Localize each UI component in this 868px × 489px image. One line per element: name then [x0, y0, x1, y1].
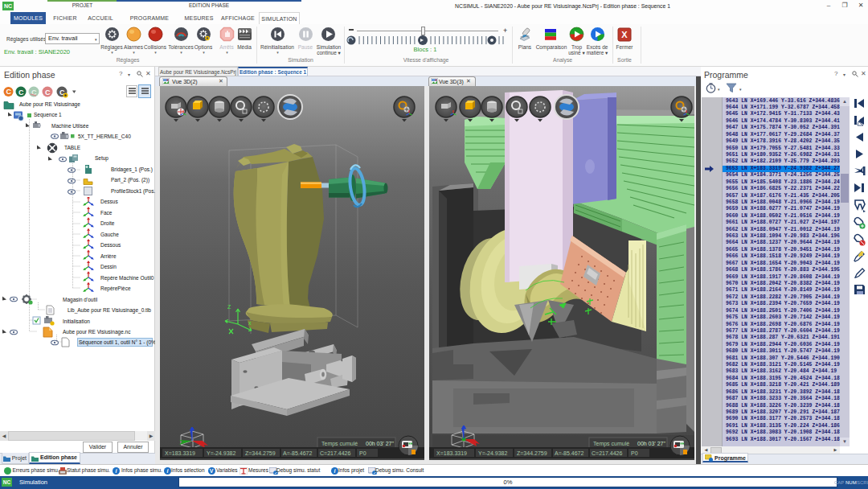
svg-text:A=-85.4672: A=-85.4672	[555, 450, 583, 456]
svg-text:Temps cumulé: Temps cumulé	[593, 441, 629, 447]
svg-text:Z=344.2759: Z=344.2759	[245, 450, 276, 456]
svg-text:X: X	[621, 30, 628, 39]
svg-text:P0: P0	[631, 450, 638, 456]
svg-text:00h 03' 27": 00h 03' 27"	[366, 441, 394, 446]
svg-text:00h 03' 27": 00h 03' 27"	[637, 441, 665, 446]
svg-text:Z=344.2759: Z=344.2759	[517, 450, 547, 456]
svg-text:x: x	[248, 320, 252, 326]
svg-text:C: C	[18, 88, 24, 97]
svg-text:X=183.3319: X=183.3319	[165, 450, 195, 456]
svg-text:Y=-24.9382: Y=-24.9382	[207, 450, 235, 456]
svg-text:A=-85.4672: A=-85.4672	[283, 450, 312, 456]
svg-text:Temps cumulé: Temps cumulé	[321, 441, 358, 447]
svg-text:C: C	[45, 88, 51, 97]
svg-text:X=183.3319: X=183.3319	[436, 450, 467, 456]
svg-text:Y=-24.9382: Y=-24.9382	[478, 450, 507, 456]
svg-text:Z: Z	[227, 304, 231, 310]
svg-text:C=217.4426: C=217.4426	[320, 450, 350, 456]
svg-text:C=217.4426: C=217.4426	[592, 450, 622, 456]
svg-text:P0: P0	[359, 450, 366, 456]
svg-text:C: C	[6, 88, 12, 96]
